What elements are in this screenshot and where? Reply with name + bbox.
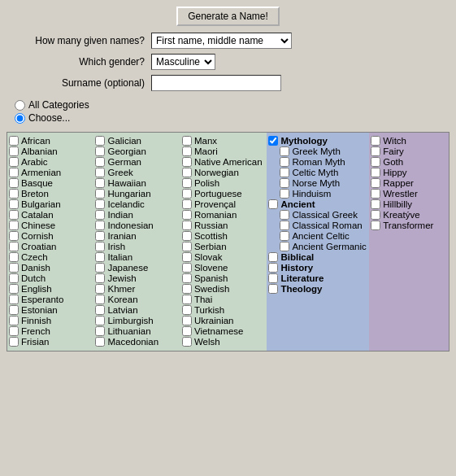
category-checkbox[interactable] [182, 273, 192, 283]
category-checkbox[interactable] [95, 273, 105, 283]
category-checkbox[interactable] [182, 221, 192, 230]
category-checkbox[interactable] [182, 316, 192, 325]
category-checkbox[interactable] [95, 242, 105, 251]
category-checkbox[interactable] [95, 252, 105, 262]
category-checkbox[interactable] [371, 178, 380, 188]
surname-input[interactable] [151, 75, 281, 91]
category-checkbox[interactable] [95, 146, 105, 156]
category-checkbox[interactable] [280, 146, 289, 156]
category-checkbox[interactable] [9, 189, 19, 199]
all-categories-radio[interactable] [15, 100, 25, 111]
category-checkbox[interactable] [182, 168, 192, 177]
list-item: Japanese [95, 263, 178, 273]
category-checkbox[interactable] [371, 136, 380, 146]
category-checkbox[interactable] [182, 189, 192, 199]
list-item: Thai [182, 295, 265, 304]
choose-radio[interactable] [15, 113, 25, 124]
category-label: Wrestler [383, 189, 418, 199]
category-checkbox[interactable] [95, 178, 105, 188]
category-label: Latvian [107, 305, 137, 315]
category-checkbox[interactable] [95, 316, 105, 325]
category-checkbox[interactable] [182, 305, 192, 315]
category-checkbox[interactable] [371, 146, 380, 156]
category-checkbox[interactable] [95, 136, 105, 146]
category-checkbox[interactable] [182, 178, 192, 188]
category-label: Lithuanian [107, 326, 150, 336]
category-checkbox[interactable] [182, 146, 192, 156]
section-checkbox[interactable] [268, 199, 278, 209]
category-checkbox[interactable] [280, 221, 289, 230]
category-checkbox[interactable] [9, 305, 19, 315]
category-checkbox[interactable] [9, 178, 19, 188]
category-checkbox[interactable] [182, 199, 192, 209]
category-checkbox[interactable] [9, 199, 19, 209]
category-checkbox[interactable] [9, 146, 19, 156]
list-item: Goth [371, 157, 447, 167]
category-checkbox[interactable] [280, 189, 289, 199]
section-checkbox[interactable] [268, 136, 278, 146]
category-checkbox[interactable] [182, 210, 192, 220]
category-checkbox[interactable] [9, 316, 19, 325]
category-checkbox[interactable] [95, 284, 105, 294]
category-checkbox[interactable] [9, 136, 19, 146]
category-checkbox[interactable] [9, 168, 19, 177]
category-checkbox[interactable] [9, 273, 19, 283]
category-checkbox[interactable] [280, 157, 289, 167]
category-checkbox[interactable] [9, 210, 19, 220]
category-checkbox[interactable] [182, 295, 192, 304]
category-checkbox[interactable] [280, 210, 289, 220]
category-checkbox[interactable] [182, 231, 192, 241]
category-checkbox[interactable] [95, 189, 105, 199]
category-checkbox[interactable] [95, 305, 105, 315]
section-checkbox[interactable] [268, 273, 278, 283]
category-checkbox[interactable] [95, 210, 105, 220]
category-checkbox[interactable] [9, 221, 19, 230]
category-checkbox[interactable] [280, 231, 289, 241]
list-item: Serbian [182, 242, 265, 251]
category-checkbox[interactable] [371, 168, 380, 177]
category-checkbox[interactable] [9, 252, 19, 262]
category-checkbox[interactable] [182, 157, 192, 167]
category-checkbox[interactable] [9, 157, 19, 167]
list-item: German [95, 157, 178, 167]
category-checkbox[interactable] [280, 242, 289, 251]
category-checkbox[interactable] [280, 168, 289, 177]
category-checkbox[interactable] [182, 337, 192, 347]
generate-button[interactable]: Generate a Name! [176, 7, 280, 26]
category-checkbox[interactable] [95, 221, 105, 230]
category-checkbox[interactable] [95, 199, 105, 209]
category-checkbox[interactable] [371, 157, 380, 167]
category-checkbox[interactable] [182, 252, 192, 262]
category-checkbox[interactable] [95, 337, 105, 347]
section-checkbox[interactable] [268, 263, 278, 273]
category-checkbox[interactable] [95, 168, 105, 177]
list-item: Wrestler [371, 189, 447, 199]
gender-select[interactable]: Masculine Feminine Either [151, 54, 215, 70]
category-checkbox[interactable] [9, 284, 19, 294]
category-checkbox[interactable] [95, 231, 105, 241]
category-checkbox[interactable] [182, 242, 192, 251]
category-checkbox[interactable] [9, 263, 19, 273]
category-checkbox[interactable] [95, 157, 105, 167]
category-checkbox[interactable] [182, 263, 192, 273]
category-checkbox[interactable] [371, 221, 380, 230]
category-checkbox[interactable] [95, 295, 105, 304]
category-checkbox[interactable] [9, 337, 19, 347]
category-checkbox[interactable] [9, 242, 19, 251]
category-checkbox[interactable] [371, 210, 380, 220]
section-checkbox[interactable] [268, 252, 278, 262]
category-checkbox[interactable] [182, 326, 192, 336]
category-checkbox[interactable] [9, 326, 19, 336]
category-checkbox[interactable] [182, 136, 192, 146]
category-checkbox[interactable] [9, 231, 19, 241]
category-checkbox[interactable] [182, 284, 192, 294]
section-checkbox[interactable] [268, 284, 278, 294]
category-checkbox[interactable] [95, 263, 105, 273]
category-checkbox[interactable] [280, 178, 289, 188]
category-checkbox[interactable] [9, 295, 19, 304]
given-names-select[interactable]: First name only First name, middle name … [151, 33, 292, 49]
category-checkbox[interactable] [371, 189, 380, 199]
category-checkbox[interactable] [95, 326, 105, 336]
list-item: Hillbilly [371, 199, 447, 209]
category-checkbox[interactable] [371, 199, 380, 209]
